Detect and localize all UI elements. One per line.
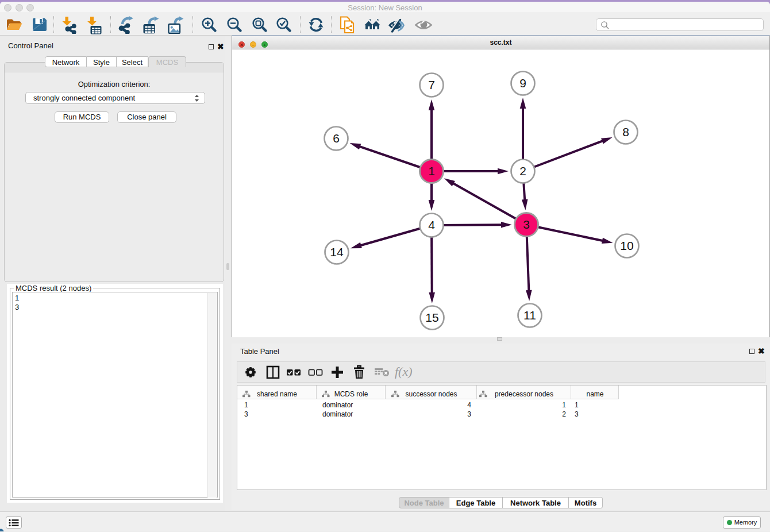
svg-text:14: 14	[330, 245, 344, 259]
svg-text:11: 11	[523, 309, 536, 322]
svg-text:1: 1	[428, 164, 435, 178]
svg-text:15: 15	[425, 311, 438, 324]
svg-text:9: 9	[519, 76, 526, 90]
svg-text:3: 3	[523, 218, 530, 231]
svg-text:4: 4	[428, 218, 435, 232]
svg-text:6: 6	[333, 132, 340, 145]
svg-text:8: 8	[622, 125, 629, 138]
svg-text:7: 7	[428, 78, 435, 91]
svg-text:10: 10	[620, 239, 633, 252]
svg-text:2: 2	[519, 164, 526, 178]
